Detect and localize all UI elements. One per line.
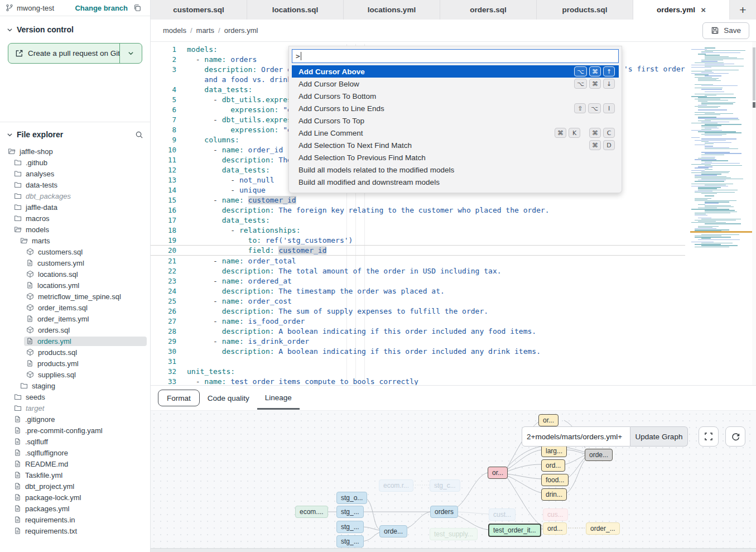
search-icon[interactable] [135, 131, 143, 139]
lineage-selector-input[interactable] [522, 426, 630, 447]
folder-jaffle-shop[interactable]: jaffle-shop [0, 146, 150, 157]
update-graph-button[interactable]: Update Graph [630, 426, 688, 447]
code-line[interactable]: 16 description: The foreign key relating… [151, 205, 685, 215]
tab-products.sql[interactable]: products.sql [537, 0, 633, 20]
file-order_items.sql[interactable]: order_items.sql [0, 302, 150, 313]
copy-branch-icon[interactable] [133, 4, 141, 12]
code-editor[interactable]: 1models:2 - name: orders3 description: O… [151, 42, 756, 385]
folder-jaffle-data[interactable]: jaffle-data [0, 201, 150, 213]
new-tab-button[interactable]: + [730, 0, 756, 20]
lineage-node[interactable]: ord... [541, 459, 565, 472]
folder-dbt_packages[interactable]: dbt_packages [0, 190, 150, 201]
save-button[interactable]: Save [702, 22, 749, 39]
palette-item[interactable]: Add Selection To Next Find Match⌘D [292, 139, 619, 151]
file-dbt_project.yml[interactable]: dbt_project.yml [0, 481, 150, 492]
file-Taskfile.yml[interactable]: Taskfile.yml [0, 469, 150, 481]
lineage-node[interactable]: test_supply... [430, 528, 478, 540]
lineage-node[interactable]: stg_... [336, 506, 364, 518]
folder-analyses[interactable]: analyses [0, 168, 150, 179]
palette-item[interactable]: Add Cursor Below⌥⌘↓ [292, 78, 619, 90]
create-pr-button[interactable]: Create a pull request on Git... [8, 43, 142, 64]
lineage-node[interactable]: or... [488, 467, 508, 479]
pr-dropdown-button[interactable] [119, 44, 142, 63]
lineage-node[interactable]: ord... [543, 522, 567, 535]
fullscreen-button[interactable] [699, 426, 719, 447]
tab-locations.yml[interactable]: locations.yml [344, 0, 440, 20]
palette-item[interactable]: Add Cursors to Line Ends⇧⌥I [292, 102, 619, 114]
code-line[interactable]: 23 - name: ordered_at [151, 276, 685, 286]
file-requirements.txt[interactable]: requirements.txt [0, 525, 150, 536]
code-line[interactable]: 20 field: customer_id [151, 245, 685, 256]
lineage-canvas[interactable]: Update Graph or...orde...larg...ord...fo… [151, 410, 756, 548]
file-products.sql[interactable]: products.sql [0, 347, 150, 358]
lineage-node[interactable]: or... [538, 414, 558, 426]
file-locations.sql[interactable]: locations.sql [0, 268, 150, 280]
tab-orders.sql[interactable]: orders.sql [440, 0, 537, 20]
code-line[interactable]: 18 - relationships: [151, 225, 685, 235]
file-requirements.in[interactable]: requirements.in [0, 514, 150, 525]
change-branch-link[interactable]: Change branch [75, 4, 128, 12]
lineage-node[interactable]: cust... [489, 508, 516, 521]
file-orders.sql[interactable]: orders.sql [0, 324, 150, 335]
lineage-node[interactable]: stg_... [336, 535, 364, 548]
code-line[interactable]: 15 - name: customer_id [151, 195, 685, 205]
file-packages.yml[interactable]: packages.yml [0, 503, 150, 514]
palette-item[interactable]: Build all modified and downstream models [292, 176, 619, 188]
file-.gitignore[interactable]: .gitignore [0, 414, 150, 425]
code-line[interactable]: 28 description: A boolean indicating if … [151, 326, 685, 336]
file-.sqlfluff[interactable]: .sqlfluff [0, 436, 150, 447]
palette-item[interactable]: Add Cursor Above⌥⌘↑ [292, 65, 619, 78]
format-button[interactable]: Format [158, 390, 200, 406]
code-line[interactable]: 21 - name: order_total [151, 256, 685, 266]
code-line[interactable]: 29 - name: is_drink_order [151, 336, 685, 346]
scrollbar-thumb[interactable] [753, 47, 755, 100]
file-package-lock.yml[interactable]: package-lock.yml [0, 492, 150, 503]
tab-code-quality[interactable]: Code quality [200, 387, 257, 409]
code-line[interactable]: 33 - name: test_order_items_compute_to_b… [151, 376, 685, 385]
folder-.github[interactable]: .github [0, 157, 150, 168]
lineage-node[interactable]: stg_o... [336, 492, 367, 504]
folder-models[interactable]: models [0, 224, 150, 235]
palette-item[interactable]: Add Selection To Previous Find Match [292, 151, 619, 164]
breadcrumb-part[interactable]: orders.yml [224, 26, 258, 35]
folder-data-tests[interactable]: data-tests [0, 179, 150, 190]
lineage-node[interactable]: ecom.... [295, 506, 328, 518]
lineage-node[interactable]: stg_... [336, 521, 364, 533]
bottom-scrollbar-track[interactable] [151, 548, 756, 552]
file-metricflow_time_spine.sql[interactable]: metricflow_time_spine.sql [0, 291, 150, 302]
file-.pre-commit-config.yaml[interactable]: .pre-commit-config.yaml [0, 425, 150, 436]
breadcrumb-part[interactable]: marts [196, 26, 215, 35]
code-line[interactable]: 32unit_tests: [151, 366, 685, 376]
file-locations.yml[interactable]: locations.yml [0, 280, 150, 291]
file-explorer-header[interactable]: File explorer [0, 122, 150, 143]
version-control-header[interactable]: Version control [0, 16, 150, 40]
lineage-node[interactable]: cus... [543, 508, 568, 521]
lineage-node[interactable]: order_... [586, 522, 620, 535]
folder-marts[interactable]: marts [0, 235, 150, 246]
file-customers.sql[interactable]: customers.sql [0, 246, 150, 257]
command-palette-input[interactable]: > [292, 49, 619, 63]
lineage-node[interactable]: orders [430, 506, 458, 518]
lineage-node[interactable]: larg... [541, 445, 567, 457]
lineage-node[interactable]: orde... [379, 525, 407, 537]
breadcrumb-part[interactable]: models [163, 26, 186, 35]
code-line[interactable]: 22 description: The total amount of the … [151, 266, 685, 276]
file-README.md[interactable]: README.md [0, 458, 150, 469]
palette-item[interactable]: Add Cursors To Bottom [292, 90, 619, 102]
code-line[interactable]: 19 to: ref('stg_customers') [151, 235, 685, 245]
minimap[interactable] [690, 47, 752, 248]
refresh-button[interactable] [725, 426, 745, 447]
file-orders.yml[interactable]: orders.yml [0, 335, 150, 347]
folder-macros[interactable]: macros [0, 213, 150, 224]
tab-locations.sql[interactable]: locations.sql [247, 0, 344, 20]
code-line[interactable]: 17 data_tests: [151, 215, 685, 225]
close-tab-icon[interactable]: × [701, 6, 706, 14]
folder-seeds[interactable]: seeds [0, 391, 150, 402]
palette-item[interactable]: Build all models related to the modified… [292, 164, 619, 176]
palette-item[interactable]: Add Cursors To Top [292, 114, 619, 127]
lineage-node[interactable]: test_order_it... [488, 524, 541, 537]
code-line[interactable]: 26 description: The sum of supply expens… [151, 306, 685, 316]
folder-target[interactable]: target [0, 402, 150, 414]
code-line[interactable]: 27 - name: is_food_order [151, 316, 685, 326]
code-line[interactable]: 30 description: A boolean indicating if … [151, 346, 685, 356]
